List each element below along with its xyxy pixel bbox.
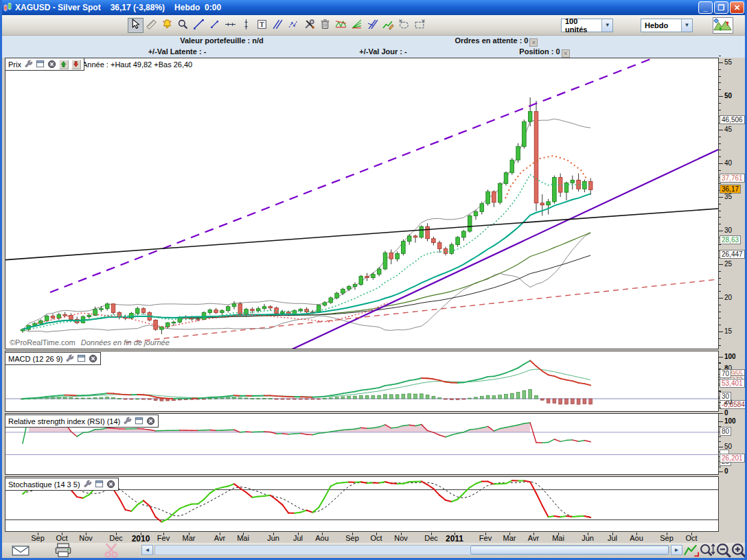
units-select[interactable]: 100 unités ▼ bbox=[561, 19, 613, 32]
tool-horizontal-line-button[interactable] bbox=[222, 18, 238, 33]
chevron-down-icon[interactable]: ▼ bbox=[681, 19, 692, 32]
buy-arrow-button[interactable] bbox=[59, 60, 69, 69]
tool-magnifier-button[interactable] bbox=[175, 18, 191, 33]
axis-tick bbox=[719, 345, 721, 346]
time-label: Mai bbox=[552, 534, 564, 542]
close-position-button[interactable]: × bbox=[562, 49, 570, 58]
watermark: ©ProRealTime.comDonnées en fin de journé… bbox=[10, 338, 170, 347]
sell-arrow-button[interactable] bbox=[71, 60, 81, 69]
tool-trend-line-button[interactable] bbox=[191, 18, 207, 33]
close-circle-icon[interactable] bbox=[106, 480, 115, 489]
time-label: Oct bbox=[56, 534, 67, 542]
tool-vertical-line-button[interactable] bbox=[238, 18, 254, 33]
wrench-icon[interactable] bbox=[123, 417, 132, 425]
axis-tick bbox=[719, 271, 721, 272]
axis-label: 30 bbox=[724, 226, 732, 234]
time-label: Aou bbox=[315, 534, 329, 542]
close-circle-icon[interactable] bbox=[146, 417, 155, 425]
scrollbar-thumb[interactable] bbox=[470, 546, 669, 555]
tool-ruler-button[interactable] bbox=[143, 18, 159, 33]
wrench-icon[interactable] bbox=[24, 60, 33, 69]
axis-tick bbox=[719, 163, 723, 164]
time-label: 2011 bbox=[446, 534, 463, 544]
tool-cursor-button[interactable] bbox=[128, 18, 143, 33]
price-chart[interactable] bbox=[5, 58, 718, 349]
tool-alarm-bell-button[interactable] bbox=[159, 18, 175, 33]
stochastic-panel-title: Stochastique (14 3 5) bbox=[8, 480, 80, 489]
year-high-low-label: Année : +Haut 49,82 +Bas 26,40 bbox=[82, 60, 192, 69]
tool-text-box-button[interactable]: T bbox=[254, 18, 270, 33]
time-label: Nov bbox=[394, 534, 408, 542]
close-button[interactable]: ✕ bbox=[730, 1, 744, 14]
axis-tick bbox=[719, 325, 721, 325]
tool-parallel-lines-button[interactable] bbox=[270, 18, 286, 33]
time-label: Oct bbox=[685, 534, 697, 542]
vertical-line-icon bbox=[240, 19, 252, 33]
title-period: Hebdo 0:00 bbox=[174, 3, 221, 12]
axis-tick bbox=[719, 318, 721, 318]
print-icon[interactable] bbox=[54, 544, 72, 557]
wrench-icon[interactable] bbox=[83, 480, 92, 489]
minimize-button[interactable]: _ bbox=[698, 1, 713, 14]
chevron-down-icon[interactable]: ▼ bbox=[601, 19, 612, 32]
tool-segment-button[interactable] bbox=[207, 18, 222, 33]
tool-chart-pencil-button[interactable] bbox=[380, 18, 396, 33]
zoom-in-icon[interactable] bbox=[730, 544, 747, 557]
tool-cross-lines-button[interactable] bbox=[365, 18, 380, 33]
axis-tick bbox=[719, 471, 723, 472]
period-select[interactable]: Hebdo ▼ bbox=[641, 19, 693, 32]
maximize-button[interactable]: ❐ bbox=[714, 1, 728, 14]
svg-text:T: T bbox=[260, 21, 264, 28]
time-label: Mar bbox=[503, 534, 516, 542]
tool-trash-button[interactable] bbox=[317, 18, 333, 33]
latent-value: +/-Val Latente : - bbox=[112, 47, 242, 56]
axis-tick bbox=[719, 156, 721, 157]
close-circle-icon[interactable] bbox=[89, 354, 97, 363]
axis-tick bbox=[719, 96, 723, 97]
axis-tick bbox=[719, 231, 723, 231]
title-bar[interactable]: XAGUSD - Silver Spot 36,17 (-3,88%) Hebd… bbox=[0, 0, 747, 15]
window-icon[interactable] bbox=[95, 480, 104, 489]
scroll-left-button[interactable]: ◄ bbox=[141, 545, 153, 555]
scrollbar-track[interactable] bbox=[154, 545, 669, 555]
wrench-icon[interactable] bbox=[65, 354, 74, 363]
tool-lasso-rect-button[interactable] bbox=[412, 18, 428, 33]
tool-free-polyline-button[interactable] bbox=[286, 18, 301, 33]
tool-triangle-pattern-button[interactable] bbox=[333, 18, 349, 33]
cancel-orders-button[interactable]: × bbox=[529, 38, 538, 47]
axis-tick bbox=[719, 467, 721, 467]
tool-lasso-round-button[interactable] bbox=[396, 18, 412, 33]
axis-tick bbox=[719, 363, 721, 364]
window-icon[interactable] bbox=[36, 60, 45, 69]
tool-fan-lines-button[interactable] bbox=[349, 18, 365, 33]
mail-icon[interactable] bbox=[12, 544, 30, 557]
scroll-right-button[interactable]: ► bbox=[671, 545, 682, 555]
zoom-fit-icon[interactable] bbox=[698, 544, 716, 557]
axis-tick bbox=[719, 312, 721, 312]
price-panel-header: Prix bbox=[5, 58, 84, 71]
close-circle-icon[interactable] bbox=[47, 60, 56, 69]
window-icon[interactable] bbox=[77, 354, 86, 363]
axis-value-box: 46,506 bbox=[720, 115, 745, 124]
axis-tick bbox=[719, 436, 721, 437]
price-axis-gutter: 15202530354045505546,50637,76136,1728,63… bbox=[719, 58, 745, 543]
display-settings-button[interactable] bbox=[713, 17, 733, 34]
macd-chart[interactable] bbox=[5, 351, 718, 411]
axis-tick bbox=[719, 56, 721, 56]
axis-value-box: 53,401 bbox=[720, 379, 745, 388]
tool-drawing-tools-button[interactable] bbox=[301, 18, 317, 33]
window-icon[interactable] bbox=[135, 417, 143, 425]
axis-label: 25 bbox=[724, 260, 732, 268]
axis-value-box: 30 bbox=[720, 392, 731, 401]
magnifier-icon bbox=[177, 19, 189, 33]
scissors-icon bbox=[102, 544, 120, 557]
axis-tick bbox=[719, 291, 721, 292]
axis-tick bbox=[719, 402, 721, 403]
time-label: Nov bbox=[79, 534, 93, 542]
axis-value-box: -0,8584 bbox=[720, 400, 747, 409]
axis-tick bbox=[719, 441, 721, 442]
axis-tick bbox=[719, 89, 721, 90]
axis-tick bbox=[719, 130, 723, 130]
axis-tick bbox=[719, 82, 721, 83]
axis-tick bbox=[719, 331, 723, 332]
